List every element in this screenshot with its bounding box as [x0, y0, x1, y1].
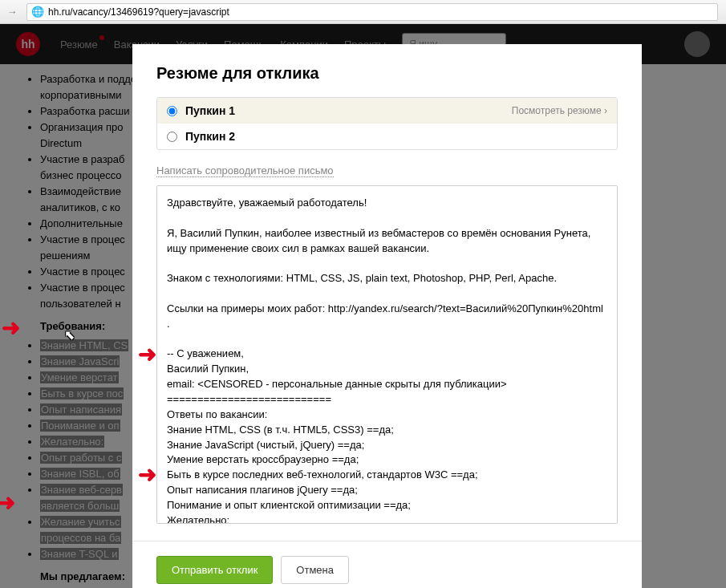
view-resume-link[interactable]: Посмотреть резюме — [512, 105, 607, 116]
forward-button[interactable]: → — [4, 4, 20, 20]
resume-option-2[interactable]: Пупкин 2 — [157, 124, 617, 149]
modal-title: Резюме для отклика — [156, 64, 618, 83]
url-bar[interactable]: 🌐 — [26, 3, 718, 21]
modal-footer: Отправить отклик Отмена — [132, 541, 642, 584]
submit-button[interactable]: Отправить отклик — [156, 556, 273, 584]
cover-letter-textarea[interactable] — [156, 185, 618, 524]
apply-modal: Резюме для отклика Пупкин 1 Посмотреть р… — [132, 44, 642, 588]
cancel-button[interactable]: Отмена — [281, 556, 349, 584]
url-input[interactable] — [48, 6, 713, 18]
resume-name: Пупкин 1 — [185, 104, 512, 117]
resume-radio[interactable] — [167, 132, 177, 142]
cover-letter-toggle[interactable]: Написать сопроводительное письмо — [156, 164, 334, 177]
resume-radio[interactable] — [167, 106, 177, 116]
resume-list: Пупкин 1 Посмотреть резюме Пупкин 2 — [156, 97, 618, 150]
browser-toolbar: → 🌐 — [0, 0, 726, 24]
globe-icon: 🌐 — [31, 6, 44, 18]
resume-name: Пупкин 2 — [185, 130, 607, 143]
resume-option-1[interactable]: Пупкин 1 Посмотреть резюме — [157, 98, 617, 124]
